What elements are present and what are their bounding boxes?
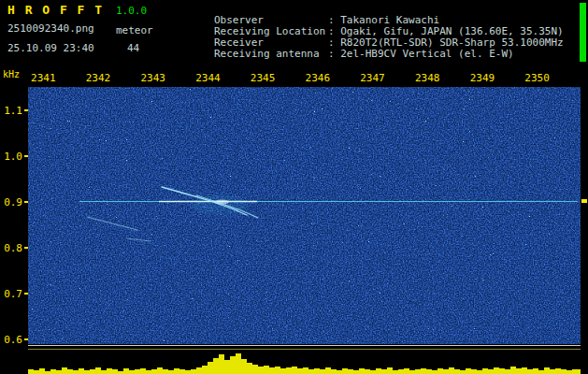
time-label-2342: 2342 [86, 72, 111, 84]
level-bar [50, 369, 56, 374]
level-bar [202, 366, 208, 374]
level-bar [437, 368, 443, 374]
time-label-2347: 2347 [360, 72, 385, 84]
level-bar [505, 369, 510, 374]
level-bar [174, 368, 179, 374]
level-bar [84, 370, 90, 374]
level-bar [449, 367, 454, 374]
level-bar [561, 369, 566, 374]
level-bar [370, 370, 376, 374]
level-bar [426, 369, 432, 374]
carrier-marker [581, 199, 587, 203]
level-bar [208, 362, 213, 374]
freq-unit-label: kHz [3, 69, 20, 79]
level-bar [90, 369, 95, 374]
level-bar [34, 370, 39, 374]
level-bar [297, 368, 303, 374]
level-bar [421, 368, 426, 374]
level-bar [331, 369, 337, 374]
level-indicator-bar [580, 3, 586, 62]
level-bar [471, 369, 477, 374]
level-bar [252, 365, 258, 374]
freq-label-0.9: 0.9 [4, 196, 22, 209]
level-bar [219, 354, 224, 374]
level-bar [157, 367, 163, 374]
level-bar [555, 368, 561, 374]
freq-label-1.1: 1.1 [4, 105, 22, 117]
app-version: 1.0.0 [116, 5, 147, 17]
level-bar [275, 367, 280, 374]
level-bar [550, 369, 555, 374]
level-bar [107, 368, 112, 374]
level-bar [393, 370, 398, 374]
level-bar [348, 369, 353, 374]
level-bar [179, 369, 185, 374]
time-label-2343: 2343 [140, 72, 165, 84]
frame-counter: 44 [127, 42, 139, 54]
level-bar [95, 367, 101, 374]
level-bar [230, 356, 236, 374]
level-bar [443, 369, 449, 374]
level-bar [123, 368, 129, 374]
level-bar [264, 366, 269, 374]
freq-label-0.8: 0.8 [4, 242, 22, 254]
freq-label-0.7: 0.7 [4, 288, 22, 300]
level-bar [241, 359, 247, 374]
level-bar [404, 368, 409, 374]
level-bar [432, 370, 437, 374]
level-bar [359, 368, 365, 374]
level-bar [342, 368, 348, 374]
level-bar [533, 368, 538, 374]
level-bar [213, 358, 219, 374]
level-bar [494, 367, 499, 374]
level-ref-line-upper [28, 345, 581, 346]
level-bar [224, 360, 230, 374]
level-bar [381, 369, 387, 374]
noise-sparkle-layer [28, 87, 581, 344]
level-bar [415, 369, 421, 374]
level-bar [28, 369, 34, 374]
time-axis: 2341234223432344234523462347234823492350 [28, 72, 581, 85]
timestamp: 25.10.09 23:40 [7, 42, 94, 54]
level-bar [62, 367, 67, 374]
level-bar [247, 363, 252, 374]
level-bar [258, 367, 264, 374]
signal-level-plot [28, 344, 581, 374]
level-bar [79, 368, 84, 374]
level-bar [337, 370, 342, 374]
level-bar [191, 369, 196, 374]
level-bar [460, 370, 466, 374]
time-label-2341: 2341 [31, 72, 56, 84]
level-bar [269, 367, 275, 374]
hrofft-window: H R O F F T 1.0.0 2510092340.png meteor … [0, 0, 588, 374]
freq-label-0.6: 0.6 [4, 334, 22, 346]
level-bar [129, 370, 135, 374]
level-bar [280, 368, 286, 374]
level-bar [163, 369, 168, 374]
time-label-2346: 2346 [306, 72, 331, 84]
level-bar [572, 369, 578, 374]
frequency-axis: 1.11.00.90.80.70.6 [0, 87, 28, 344]
level-bar [73, 370, 79, 374]
level-bar [168, 370, 174, 374]
level-bar [292, 367, 297, 374]
level-bar [454, 369, 460, 374]
output-filename: 2510092340.png [7, 22, 94, 35]
level-bar [578, 369, 581, 374]
level-ref-line-lower [28, 349, 581, 350]
level-bar [499, 368, 505, 374]
level-bar [522, 367, 527, 374]
level-bar [477, 370, 482, 374]
level-bar [353, 370, 359, 374]
level-bar [308, 369, 314, 374]
level-bar [196, 367, 202, 374]
level-bar [39, 368, 45, 374]
info-value: : 2el-HB9CV Vertical (el. E-W) [328, 48, 514, 60]
level-bar [527, 369, 533, 374]
header: H R O F F T 1.0.0 2510092340.png meteor … [0, 0, 588, 65]
level-bar [376, 368, 381, 374]
level-bar [466, 368, 471, 374]
level-bar [544, 367, 550, 374]
level-bar [67, 369, 73, 374]
level-bar [387, 367, 393, 374]
